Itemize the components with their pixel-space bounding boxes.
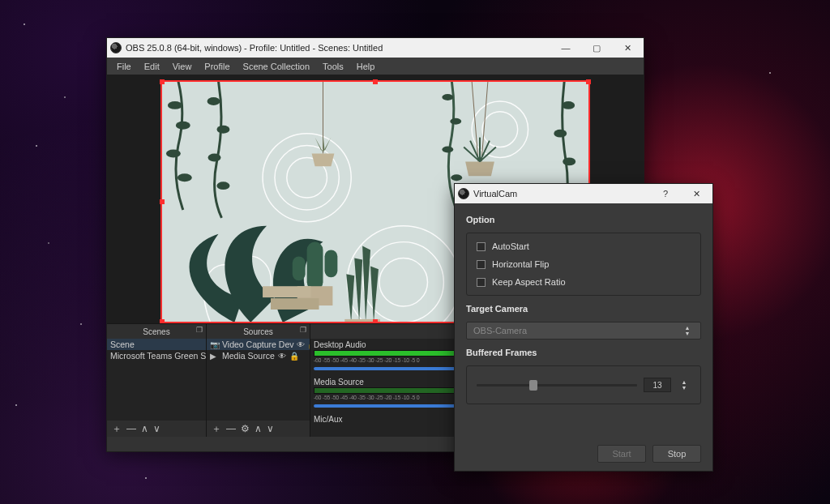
sources-panel: Sources ❐ 📷 Video Capture Dev 👁 🔒 ▶ Medi… [207, 324, 310, 437]
maximize-button[interactable]: ▢ [587, 41, 606, 54]
svg-point-18 [450, 118, 461, 125]
menu-profile[interactable]: Profile [198, 60, 236, 73]
scene-add-button[interactable]: ＋ [112, 422, 122, 436]
sources-title: Sources [243, 327, 273, 336]
scene-item[interactable]: Microsoft Teams Green Screen [107, 350, 206, 361]
combobox-spin-icon[interactable]: ▲▼ [681, 325, 694, 336]
track-label: Mic/Aux [314, 415, 343, 424]
svg-point-17 [442, 94, 453, 100]
checkbox-label: Horizontal Flip [492, 259, 549, 269]
hflip-checkbox[interactable]: Horizontal Flip [477, 259, 691, 269]
buffered-frames-slider[interactable] [477, 384, 637, 387]
start-button[interactable]: Start [597, 445, 646, 463]
virtualcam-dialog: VirtualCam ? ✕ Option AutoStart Horizont… [454, 183, 713, 472]
scene-item[interactable]: Scene [107, 339, 206, 350]
menu-tools[interactable]: Tools [316, 60, 350, 73]
keep-aspect-checkbox[interactable]: Keep Aspect Ratio [477, 277, 691, 287]
svg-point-19 [442, 147, 453, 153]
svg-rect-30 [324, 250, 337, 278]
checkbox-label: Keep Aspect Ratio [492, 277, 566, 287]
scenes-panel: Scenes ❐ Scene Microsoft Teams Green Scr… [107, 324, 207, 437]
popout-icon[interactable]: ❐ [300, 326, 306, 334]
lock-icon[interactable]: 🔒 [307, 340, 310, 349]
camera-icon: 📷 [210, 340, 220, 349]
svg-rect-33 [263, 286, 311, 297]
svg-rect-28 [307, 242, 323, 291]
scene-item-label: Scene [110, 340, 135, 349]
scenes-title: Scenes [143, 327, 169, 336]
target-camera-label: Target Camera [466, 304, 701, 314]
stop-button[interactable]: Stop [652, 445, 701, 463]
svg-point-23 [563, 157, 575, 165]
vcam-title: VirtualCam [473, 189, 656, 199]
lock-icon[interactable]: 🔒 [289, 351, 299, 361]
svg-rect-34 [271, 298, 319, 310]
svg-point-22 [554, 130, 567, 138]
numeric-spin-icon[interactable]: ▲▼ [678, 379, 691, 391]
combobox-value: OBS-Camera [473, 326, 527, 335]
checkbox-label: AutoStart [492, 241, 529, 251]
track-label: Desktop Audio [314, 340, 366, 349]
menu-edit[interactable]: Edit [138, 60, 166, 73]
svg-point-11 [166, 149, 181, 157]
source-add-button[interactable]: ＋ [212, 422, 221, 436]
track-label: Media Source [314, 378, 364, 387]
close-button[interactable]: ✕ [618, 41, 637, 54]
svg-point-13 [208, 97, 220, 105]
source-item[interactable]: 📷 Video Capture Dev 👁 🔒 [207, 339, 310, 350]
svg-point-15 [208, 153, 221, 161]
svg-point-12 [178, 173, 192, 182]
checkbox-icon [477, 260, 486, 269]
scene-down-button[interactable]: ∨ [153, 423, 160, 434]
svg-point-10 [176, 122, 190, 130]
svg-point-20 [451, 174, 462, 181]
source-remove-button[interactable]: — [226, 423, 236, 434]
sources-panel-header[interactable]: Sources ❐ [207, 324, 310, 339]
buffered-frames-label: Buffered Frames [466, 348, 701, 357]
menu-scene-collection[interactable]: Scene Collection [237, 60, 317, 73]
obs-menubar: File Edit View Profile Scene Collection … [107, 58, 644, 75]
help-button[interactable]: ? [656, 187, 675, 200]
play-icon: ▶ [210, 352, 220, 361]
vcam-titlebar[interactable]: VirtualCam ? ✕ [455, 184, 712, 203]
autostart-checkbox[interactable]: AutoStart [477, 241, 691, 251]
svg-point-21 [562, 101, 575, 109]
source-settings-button[interactable]: ⚙ [241, 423, 250, 434]
buffered-frames-value[interactable]: 13 [644, 378, 671, 392]
scene-item-label: Microsoft Teams Green Screen [110, 351, 206, 361]
svg-point-16 [216, 182, 229, 190]
menu-help[interactable]: Help [350, 60, 382, 73]
checkbox-icon [477, 278, 486, 287]
obs-logo-icon [458, 188, 469, 199]
checkbox-icon [477, 242, 486, 251]
option-section-label: Option [466, 215, 701, 224]
buffered-frames-group: 13 ▲▼ [466, 365, 701, 404]
scene-up-button[interactable]: ∧ [141, 423, 148, 434]
svg-point-14 [216, 126, 229, 134]
obs-logo-icon [110, 42, 122, 53]
visibility-icon[interactable]: 👁 [297, 340, 305, 349]
menu-file[interactable]: File [110, 60, 138, 73]
source-down-button[interactable]: ∨ [267, 423, 274, 434]
minimize-button[interactable]: — [556, 41, 575, 54]
source-up-button[interactable]: ∧ [255, 423, 262, 434]
scene-remove-button[interactable]: — [126, 423, 136, 434]
scenes-panel-header[interactable]: Scenes ❐ [107, 324, 206, 339]
source-item[interactable]: ▶ Media Source 👁 🔒 [207, 350, 310, 361]
source-item-label: Media Source [222, 351, 275, 361]
obs-titlebar[interactable]: OBS 25.0.8 (64-bit, windows) - Profile: … [107, 38, 644, 58]
svg-point-9 [168, 101, 182, 109]
option-group: AutoStart Horizontal Flip Keep Aspect Ra… [466, 233, 701, 296]
menu-view[interactable]: View [166, 60, 199, 73]
obs-window-title: OBS 25.0.8 (64-bit, windows) - Profile: … [126, 43, 556, 53]
close-button[interactable]: ✕ [687, 187, 706, 200]
target-camera-combobox[interactable]: OBS-Camera ▲▼ [466, 322, 701, 340]
visibility-icon[interactable]: 👁 [277, 351, 287, 361]
svg-rect-29 [293, 256, 306, 280]
source-item-label: Video Capture Dev [222, 340, 294, 349]
popout-icon[interactable]: ❐ [196, 326, 203, 334]
